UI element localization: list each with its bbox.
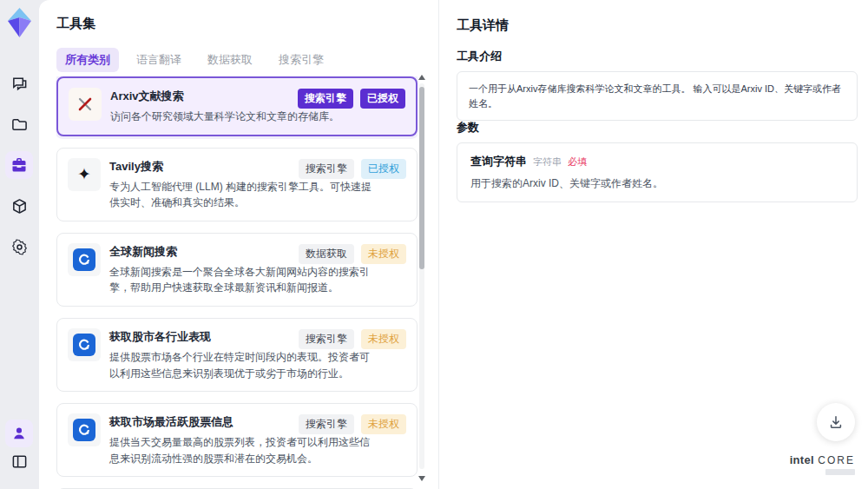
category-badge: 搜索引擎 [299,414,354,434]
news-globe-icon [68,243,101,276]
news-globe-icon [68,413,101,446]
tool-detail-pane: 工具详情 工具介绍 一个用于从Arxiv存储库搜索科学论文和文章的工具。 输入可… [438,0,868,489]
category-tabs: 所有类别 语言翻译 数据获取 搜索引擎 [56,48,332,72]
parameter-description: 用于搜索的Arxiv ID、关键字或作者姓名。 [470,176,844,191]
category-badge: 搜索引擎 [299,159,354,179]
intro-text-box: 一个用于从Arxiv存储库搜索科学论文和文章的工具。 输入可以是Arxiv ID… [457,71,858,121]
panel-toggle-icon[interactable] [5,447,33,475]
tab-all-categories[interactable]: 所有类别 [56,48,119,72]
status-badge: 未授权 [361,414,406,434]
tool-card-arxiv[interactable]: Arxiv文献搜索 访问各个研究领域大量科学论文和文章的存储库。 搜索引擎 已授… [56,76,418,136]
parameter-item: 查询字符串 字符串 必填 用于搜索的Arxiv ID、关键字或作者姓名。 [457,142,858,202]
app-logo-icon [6,7,33,38]
status-badge: 未授权 [361,329,406,349]
download-button[interactable] [817,403,855,441]
parameter-type: 字符串 [533,155,562,169]
list-scrollbar[interactable] [418,75,425,481]
tool-card-active-stocks[interactable]: 获取市场最活跃股票信息 提供当天交易量最高的股票列表，投资者可以利用这些信息来识… [56,403,418,477]
tool-tags: 搜索引擎 已授权 [298,89,405,109]
intel-core-logo: intel CORE [790,452,855,475]
tool-description: 全球新闻搜索是一个聚合全球各大新闻网站内容的搜索引擎，帮助用户快速获取全球最新资… [109,264,373,296]
news-globe-icon [68,328,101,361]
page-title: 工具集 [56,16,95,32]
tool-tags: 搜索引擎 未授权 [299,414,406,434]
user-avatar-icon[interactable] [5,420,33,447]
download-icon [828,414,844,430]
tool-card-list: Arxiv文献搜索 访问各个研究领域大量科学论文和文章的存储库。 搜索引擎 已授… [56,76,418,489]
tool-description: 提供当天交易量最高的股票列表，投资者可以利用这些信息来识别流动性强的股票和潜在的… [109,434,373,466]
chat-icon[interactable] [5,69,33,97]
tool-tags: 搜索引擎 未授权 [299,329,406,349]
tool-card-sector-performance[interactable]: 获取股市各行业表现 提供股票市场各个行业在特定时间段内的表现。投资者可以利用这些… [56,318,418,392]
settings-gear-icon[interactable] [5,233,33,261]
category-badge: 搜索引擎 [299,329,354,349]
status-badge: 未授权 [361,244,406,264]
detail-pane-title: 工具详情 [457,17,509,34]
ultra-strip [825,469,855,475]
scroll-up-arrow-icon[interactable] [418,75,425,80]
params-heading: 参数 [457,120,479,135]
tool-tags: 搜索引擎 已授权 [299,159,406,179]
tool-description: 提供股票市场各个行业在特定时间段内的表现。投资者可以利用这些信息来识别表现优于或… [109,349,373,381]
scroll-down-arrow-icon[interactable] [418,476,425,481]
tool-description: 访问各个研究领域大量科学论文和文章的存储库。 [110,109,374,125]
core-wordmark: CORE [818,454,855,466]
content-surface: 工具集 所有类别 语言翻译 数据获取 搜索引擎 Arxiv文献搜索 访问各个研究… [39,0,868,489]
tool-list-pane: 工具集 所有类别 语言翻译 数据获取 搜索引擎 Arxiv文献搜索 访问各个研究… [39,0,438,489]
tab-data-acquisition[interactable]: 数据获取 [199,48,261,72]
parameter-required-badge: 必填 [568,155,587,169]
tab-language-translation[interactable]: 语言翻译 [128,48,190,72]
status-badge: 已授权 [361,159,406,179]
tool-card-global-news[interactable]: 全球新闻搜索 全球新闻搜索是一个聚合全球各大新闻网站内容的搜索引擎，帮助用户快速… [56,233,418,307]
intel-wordmark: intel [790,453,814,466]
tavily-star-icon: ✦ [68,158,101,191]
sidebar [0,0,39,489]
status-badge: 已授权 [360,89,405,109]
parameter-name: 查询字符串 [470,154,527,169]
tool-description: 专为人工智能代理 (LLM) 构建的搜索引擎工具。可快速提供实时、准确和真实的结… [109,179,373,211]
cube-icon[interactable] [5,192,33,220]
toolbox-icon[interactable] [5,151,33,179]
arxiv-logo-icon [69,88,102,121]
folder-icon[interactable] [5,110,33,138]
scrollbar-thumb[interactable] [419,87,424,269]
category-badge: 搜索引擎 [298,89,353,109]
tool-tags: 数据获取 未授权 [299,244,406,264]
intro-heading: 工具介绍 [457,49,502,64]
tab-search-engine[interactable]: 搜索引擎 [270,48,332,72]
tool-card-tavily[interactable]: ✦ Tavily搜索 专为人工智能代理 (LLM) 构建的搜索引擎工具。可快速提… [56,148,418,221]
category-badge: 数据获取 [299,244,354,264]
parameter-header: 查询字符串 字符串 必填 [470,154,844,169]
